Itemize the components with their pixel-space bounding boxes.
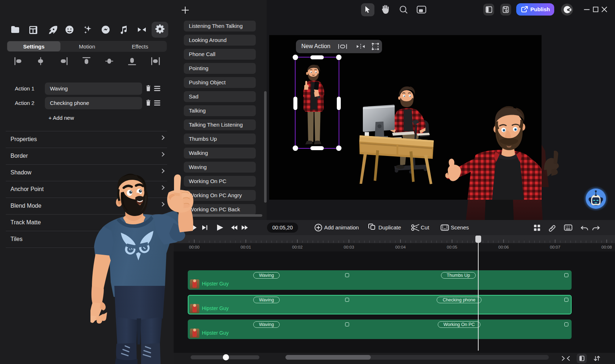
svg-text:00:08: 00:08 [602, 245, 612, 249]
svg-text:00:04: 00:04 [395, 245, 406, 249]
svg-text:00:05: 00:05 [447, 245, 457, 249]
svg-text:00:07: 00:07 [550, 245, 560, 249]
svg-text:00:03: 00:03 [344, 245, 354, 249]
svg-text:00:01: 00:01 [241, 245, 251, 249]
svg-text:00:02: 00:02 [292, 245, 303, 249]
svg-text:00:06: 00:06 [499, 245, 509, 249]
